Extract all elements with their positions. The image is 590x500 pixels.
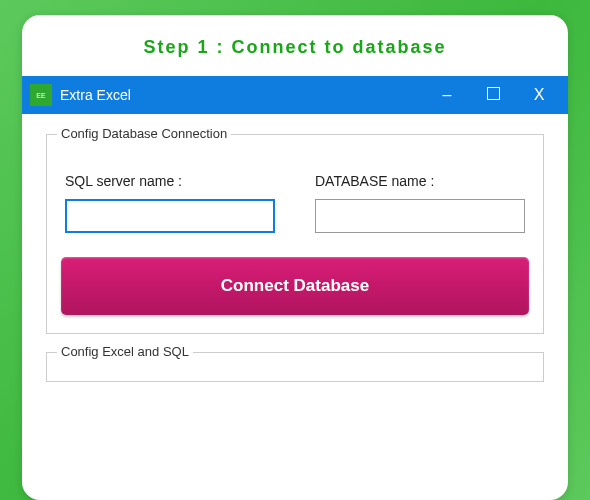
sql-server-label: SQL server name : xyxy=(65,173,275,189)
client-area: Config Database Connection SQL server na… xyxy=(22,114,568,382)
fields-row: SQL server name : DATABASE name : xyxy=(61,173,529,233)
svg-text:EE: EE xyxy=(36,92,46,99)
app-title: Extra Excel xyxy=(60,87,438,103)
minimize-icon[interactable]: – xyxy=(438,86,456,104)
window-controls: – X xyxy=(438,86,558,104)
connect-database-button[interactable]: Connect Database xyxy=(61,257,529,315)
database-name-input[interactable] xyxy=(315,199,525,233)
groupbox2-legend: Config Excel and SQL xyxy=(57,344,193,359)
sql-server-input[interactable] xyxy=(65,199,275,233)
app-window: EE Extra Excel – X Config Database Conne… xyxy=(22,76,568,382)
maximize-icon[interactable] xyxy=(484,86,502,104)
step-title: Step 1 : Connect to database xyxy=(22,15,568,76)
groupbox-legend: Config Database Connection xyxy=(57,126,231,141)
config-excel-sql-groupbox: Config Excel and SQL xyxy=(46,352,544,382)
titlebar[interactable]: EE Extra Excel – X xyxy=(22,76,568,114)
sql-server-field: SQL server name : xyxy=(65,173,275,233)
database-name-field: DATABASE name : xyxy=(315,173,525,233)
database-name-label: DATABASE name : xyxy=(315,173,525,189)
config-database-groupbox: Config Database Connection SQL server na… xyxy=(46,134,544,334)
close-icon[interactable]: X xyxy=(530,86,548,104)
app-icon: EE xyxy=(30,84,52,106)
card-container: Step 1 : Connect to database EE Extra Ex… xyxy=(22,15,568,500)
